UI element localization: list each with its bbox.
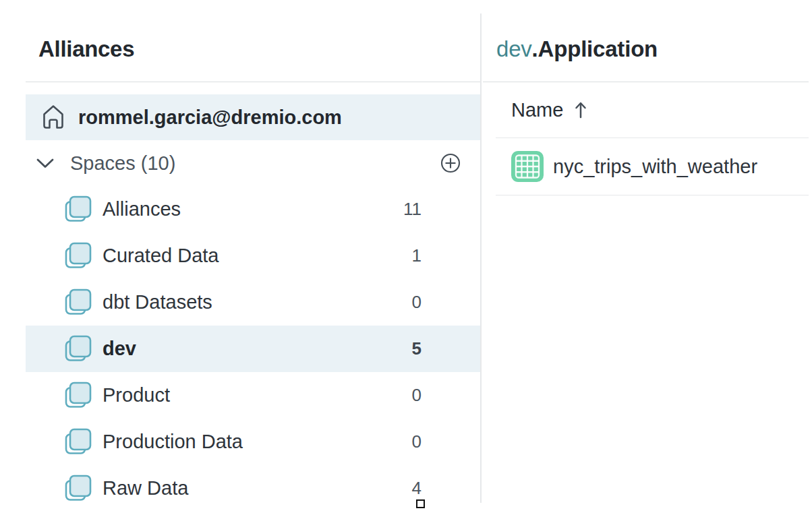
dataset-name: nyc_trips_with_weather	[553, 156, 757, 178]
dataset-browser-panel: dev.Application Name	[483, 0, 812, 519]
sidebar-section-spaces[interactable]: Spaces (10)	[26, 140, 480, 186]
space-icon	[64, 381, 92, 410]
sidebar-item-production-data[interactable]: Production Data 0	[26, 419, 480, 465]
home-icon	[42, 103, 65, 131]
sidebar-item-count: 11	[403, 199, 422, 220]
sidebar-title: Alliances	[38, 36, 134, 62]
sidebar-item-alliances[interactable]: Alliances 11	[26, 186, 480, 233]
sidebar-item-label: Curated Data	[103, 245, 219, 267]
sidebar-item-count: 4	[412, 478, 422, 499]
sidebar-item-raw-data[interactable]: Raw Data 4	[26, 465, 480, 512]
sidebar-item-dev[interactable]: dev 5	[26, 326, 480, 372]
table-row-divider	[496, 195, 809, 195]
sidebar-item-curated-data[interactable]: Curated Data 1	[26, 233, 480, 279]
sidebar-item-label: Alliances	[103, 198, 181, 220]
sidebar-item-label: Product	[103, 384, 170, 406]
sidebar-item-label: Production Data	[103, 431, 243, 453]
home-user-label: rommel.garcia@dremio.com	[78, 106, 342, 129]
column-header-label: Name	[511, 99, 563, 121]
sidebar-item-product[interactable]: Product 0	[26, 372, 480, 419]
chevron-down-icon[interactable]	[36, 157, 55, 169]
page-title: Application	[538, 36, 658, 61]
sidebar-item-home[interactable]: rommel.garcia@dremio.com	[26, 94, 480, 140]
breadcrumb-separator: .	[532, 36, 538, 61]
sidebar-item-label: Raw Data	[103, 477, 188, 499]
sidebar-item-count: 0	[412, 431, 422, 452]
catalog-screen: Alliances rommel.garcia@dremio.com Space…	[0, 0, 812, 519]
plus-circle-icon[interactable]	[440, 153, 461, 173]
sort-arrow-up-icon	[575, 100, 587, 119]
space-icon	[64, 241, 92, 271]
table-row[interactable]: nyc_trips_with_weather	[483, 138, 809, 195]
table-header-name[interactable]: Name	[483, 82, 809, 138]
catalog-sidebar: Alliances rommel.garcia@dremio.com Space…	[0, 0, 481, 519]
sidebar-item-label: dev	[103, 338, 136, 360]
space-icon	[64, 288, 92, 317]
sidebar-header-divider	[26, 82, 480, 82]
breadcrumb-space[interactable]: dev	[496, 36, 532, 61]
sidebar-item-dbt-datasets[interactable]: dbt Datasets 0	[26, 279, 480, 326]
space-icon	[64, 474, 92, 503]
sidebar-item-count: 0	[412, 292, 422, 313]
sidebar-item-count: 5	[412, 338, 422, 359]
space-icon	[64, 195, 92, 224]
cursor-artifact-square	[416, 499, 425, 508]
breadcrumb: dev.Application	[496, 36, 658, 62]
sidebar-item-count: 1	[412, 245, 422, 266]
spaces-section-label: Spaces (10)	[70, 152, 175, 175]
table-dataset-icon	[511, 151, 544, 182]
panel-divider	[480, 13, 482, 503]
sidebar-item-count: 0	[412, 385, 422, 406]
sidebar-item-label: dbt Datasets	[103, 291, 212, 313]
space-icon	[64, 427, 92, 457]
space-icon	[64, 334, 92, 364]
